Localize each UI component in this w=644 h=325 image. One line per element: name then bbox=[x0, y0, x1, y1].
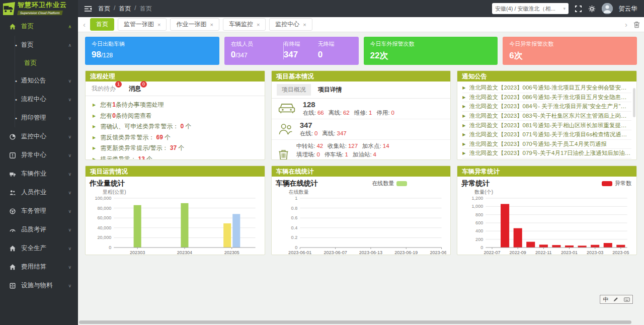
tab-monitor-center[interactable]: 监控中心× bbox=[269, 18, 312, 31]
process-item-text: 需更新类异常提示/警示： 37 个 bbox=[100, 144, 184, 152]
legend-online-label: 在线数量 bbox=[372, 180, 394, 187]
sidebar-item-abnormal-center[interactable]: 异常中心∨ bbox=[0, 146, 78, 165]
sidebar-item-process-center[interactable]: •流程中心∨ bbox=[0, 90, 78, 109]
region-select[interactable]: 安徽(4) / 安徽淮北（相... ▾ bbox=[492, 3, 569, 14]
notice-item[interactable]: ▶淮北同盈文【2023】006号通知-淮北项目五月安全例会暨安全生产月启动会… bbox=[462, 84, 631, 93]
ime-toolbar[interactable]: 中 bbox=[600, 295, 633, 304]
notice-item[interactable]: ▶淮北同盈文【2023】084号- 关于淮北项目开展“安全生产月”活动的通知 bbox=[462, 102, 631, 112]
tab-supervision-map[interactable]: 监管一张图× bbox=[118, 18, 167, 31]
sidebar-collapse-icon[interactable] bbox=[84, 6, 92, 12]
chart-online-ylabel: 在线数量 bbox=[289, 189, 447, 195]
close-tab-icon[interactable]: × bbox=[210, 22, 213, 28]
breadcrumb-home[interactable]: 首页 bbox=[98, 5, 110, 13]
sidebar-item-label: 车务管理 bbox=[21, 207, 46, 215]
process-item[interactable]: ▶需反馈类异常警示： 69 个 bbox=[93, 132, 258, 143]
tab-my-todo[interactable]: 我的待办 1 bbox=[92, 85, 116, 93]
tab-project-detail[interactable]: 项目详情 bbox=[313, 84, 347, 96]
notice-item[interactable]: ▶淮北同盈文【2023】070号通知-关于员工4月奖罚通报 bbox=[462, 140, 631, 149]
breadcrumb-home-2[interactable]: 首页 bbox=[119, 5, 131, 13]
breadcrumb-current: 首页 bbox=[140, 5, 152, 13]
facility-line: 填埋场:0停车场:1加油站:4 bbox=[296, 150, 394, 159]
tab-vehicle-monitor[interactable]: 车辆监控× bbox=[223, 18, 266, 31]
sidebar-item-seal-mgmt[interactable]: •用印管理∨ bbox=[0, 109, 78, 127]
arrow-right-icon: ▶ bbox=[93, 124, 96, 129]
sidebar-item-home-page[interactable]: 首页 bbox=[0, 54, 78, 71]
stat-group: 在线人员0/347 bbox=[231, 40, 283, 61]
horizontal-scrollbar-thumb[interactable] bbox=[79, 320, 631, 324]
close-all-tabs-trash-icon[interactable] bbox=[633, 21, 640, 28]
sidebar-item-monitor-center[interactable]: 监控中心∨ bbox=[0, 127, 78, 146]
tabs-scroll-right-icon[interactable]: › bbox=[624, 20, 628, 29]
sidebar-item-home-sub[interactable]: •首页∧ bbox=[0, 36, 78, 54]
stat-cards-row: 今日出勤车辆98/128在线人员0/347有终端347无终端0今日车外报警次数2… bbox=[85, 37, 637, 65]
notice-item[interactable]: ▶淮北同盈文【2023】081号通知-关于相山区班长加班重复提报的通报 bbox=[462, 121, 631, 130]
notice-item-text: 淮北同盈文【2023】083号-关于杜集区东片区主管酒后上岗的处罚通告 bbox=[469, 112, 632, 120]
process-item-text: 需确认、可申述类异常警示： 0 个 bbox=[100, 122, 191, 131]
project-row: 347在线:0离线:347 bbox=[272, 119, 451, 140]
notice-item[interactable]: ▶淮北同盈文【2023】079号-关于4月17日油价上涨通知后加油情况通报 bbox=[462, 149, 631, 158]
panel-abnormal-chart: 车辆异常统计 异常统计 异常数 数量(个) 02004006008001,000… bbox=[457, 166, 637, 255]
process-item[interactable]: ▶提示类异常： 13 个 bbox=[93, 154, 258, 160]
gauge-icon bbox=[9, 226, 16, 233]
panel-process-title: 流程处理 bbox=[86, 71, 265, 82]
chart-body-work: 作业量统计 里程(公里) 020,00040,00060,00080,00010… bbox=[86, 177, 265, 255]
username[interactable]: 贺云华 bbox=[619, 5, 637, 13]
stat-group: 今日异常报警次数6次 bbox=[509, 40, 630, 61]
sidebar-item-safety-production[interactable]: 安全生产∨ bbox=[0, 239, 78, 258]
svg-text:60,000: 60,000 bbox=[98, 215, 112, 220]
tabs-scroll-left-icon[interactable]: ‹ bbox=[82, 20, 87, 29]
tab-project-overview[interactable]: 项目概况 bbox=[277, 84, 311, 96]
app-logo[interactable]: 智慧环卫作业云 Supervision Cloud Platform bbox=[0, 0, 78, 17]
notice-item[interactable]: ▶淮北同盈文【2023】086号通知-关于淮北项目五月安全隐患检查情况通告 bbox=[462, 93, 631, 103]
stat-value-total: /347 bbox=[235, 52, 247, 59]
settings-gear-icon[interactable] bbox=[588, 5, 596, 13]
sidebar-item-vehicle-mgmt[interactable]: 车务管理∨ bbox=[0, 202, 78, 220]
ime-mode-label[interactable]: 中 bbox=[603, 296, 608, 303]
trash-icon bbox=[278, 148, 289, 160]
sidebar-item-fee-settlement[interactable]: 费用结算∨ bbox=[0, 258, 78, 276]
close-tab-icon[interactable]: × bbox=[303, 22, 306, 28]
stat-card-abnormal-alarm[interactable]: 今日异常报警次数6次 bbox=[503, 37, 637, 65]
process-item[interactable]: ▶需更新类异常提示/警示： 37 个 bbox=[93, 143, 258, 154]
project-rows: 128在线:66离线:62维修:1停用:0347在线:0离线:347中转站:42… bbox=[272, 99, 451, 160]
process-item-text: 您有1条待办事项需处理 bbox=[100, 101, 164, 109]
stat-label: 无终端 bbox=[318, 40, 352, 48]
svg-text:40,000: 40,000 bbox=[98, 225, 112, 230]
tab-my-todo-label: 我的待办 bbox=[92, 85, 116, 92]
svg-text:800: 800 bbox=[475, 212, 483, 217]
stat-card-attendance[interactable]: 今日出勤车辆98/128 bbox=[85, 37, 219, 65]
stat-card-online[interactable]: 在线人员0/347有终端347无终端0 bbox=[224, 37, 359, 65]
sidebar-item-quality-eval[interactable]: 品质考评∨ bbox=[0, 220, 78, 239]
process-item[interactable]: ▶您有1条待办事项需处理 bbox=[93, 100, 258, 111]
notice-item[interactable]: ▶淮北同盈文【2023】083号-关于杜集区东片区主管酒后上岗的处罚通告 bbox=[462, 112, 631, 121]
sidebar-item-personnel-work[interactable]: 人员作业∨ bbox=[0, 183, 78, 202]
project-row-data: 中转站:42收集站:127加水点:14填埋场:0停车场:1加油站:4公共厕所:1… bbox=[296, 142, 394, 160]
sidebar-item-vehicle-work[interactable]: 车辆作业∨ bbox=[0, 165, 78, 183]
tab-home[interactable]: 首页 bbox=[90, 18, 114, 31]
sidebar-item-facilities-materials[interactable]: 设施与物料∨ bbox=[0, 276, 78, 295]
ime-keyboard-icon[interactable] bbox=[624, 297, 630, 302]
project-tabs: 项目概况 项目详情 bbox=[272, 82, 451, 99]
ime-pen-icon[interactable] bbox=[613, 297, 618, 302]
process-item[interactable]: ▶您有0条待阅需查看 bbox=[93, 111, 258, 122]
svg-text:400: 400 bbox=[475, 228, 483, 233]
tab-work-map[interactable]: 作业一张图× bbox=[170, 18, 219, 31]
close-tab-icon[interactable]: × bbox=[157, 22, 160, 28]
sidebar-item-notice[interactable]: •通知公告∨ bbox=[0, 71, 78, 90]
fullscreen-icon[interactable] bbox=[575, 5, 582, 13]
stat-card-vehicle-alarm[interactable]: 今日车外报警次数22次 bbox=[364, 37, 498, 65]
tab-messages[interactable]: 消息 0 bbox=[129, 85, 141, 93]
breadcrumb-separator: / bbox=[134, 5, 136, 13]
svg-text:80,000: 80,000 bbox=[98, 206, 112, 211]
chart-title-row: 车辆在线统计 在线数量 bbox=[276, 179, 447, 188]
sidebar-item-label: 首页 bbox=[24, 59, 37, 67]
notice-scrollbar[interactable] bbox=[633, 88, 635, 117]
process-item[interactable]: ▶需确认、可申述类异常警示： 0 个 bbox=[93, 121, 258, 132]
sidebar-item-home[interactable]: 首页∧ bbox=[0, 17, 78, 36]
svg-text:2022-07: 2022-07 bbox=[484, 250, 501, 255]
svg-text:202303: 202303 bbox=[130, 250, 145, 255]
user-avatar[interactable] bbox=[602, 3, 613, 14]
notice-item[interactable]: ▶淮北同盈文【2023】071号通知-关于淮北项目6s检查情况通报(2)(2) bbox=[462, 130, 631, 140]
logo-text: 智慧环卫作业云 Supervision Cloud Platform bbox=[18, 2, 78, 16]
close-tab-icon[interactable]: × bbox=[257, 22, 260, 28]
